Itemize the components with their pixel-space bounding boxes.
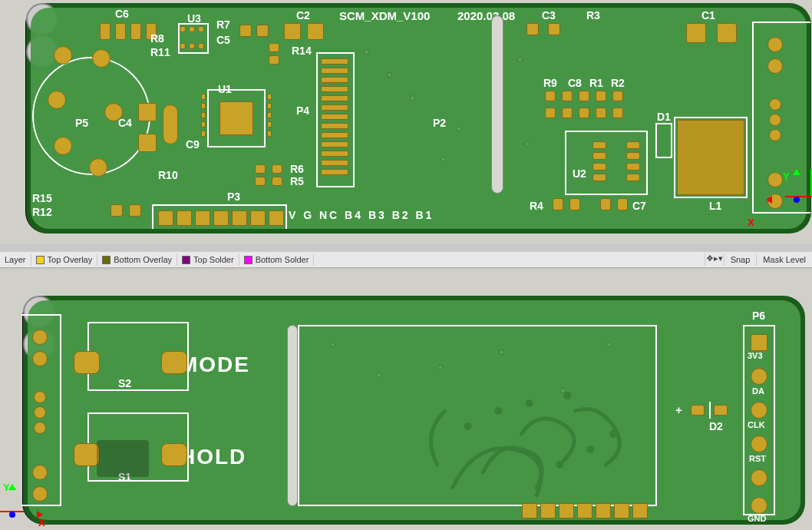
pad (321, 58, 348, 65)
pad (267, 131, 272, 137)
pad (267, 103, 272, 109)
pad (255, 177, 266, 186)
layer-dropdown[interactable]: Layer (0, 253, 31, 266)
pad (272, 177, 282, 186)
pad (592, 141, 606, 149)
pad (130, 23, 141, 40)
pad (250, 210, 266, 226)
svg-point-0 (464, 422, 471, 430)
pcb-viewer: SCM_XDM_V100 2020.03.08 P5 C4 C6 (0, 0, 812, 530)
pad-thermal (220, 101, 253, 135)
layer-toolbar: Layer Top Overlay Bottom Overlay Top Sol… (0, 251, 812, 268)
pad (321, 86, 348, 92)
snap-button[interactable]: Snap (724, 253, 757, 266)
pad (553, 198, 563, 210)
pad (267, 112, 272, 118)
pad (89, 158, 107, 177)
pad (321, 160, 348, 166)
pad (767, 37, 783, 52)
trace-decor (23, 296, 805, 525)
pad (54, 137, 72, 155)
pcb-top-board[interactable]: SCM_XDM_V100 2020.03.08 P5 C4 C6 (25, 3, 811, 234)
pad (267, 94, 272, 100)
pad (189, 43, 195, 49)
pad (48, 91, 66, 109)
pad (545, 108, 556, 118)
filter-button[interactable]: ❖▸▾ (705, 253, 724, 266)
pad (269, 43, 279, 52)
pad (138, 134, 157, 152)
pad (177, 210, 192, 226)
pcb-bottom-board[interactable]: S2 MODE S1 HOLD + D2 P6 (22, 296, 805, 525)
top-view-panel[interactable]: SCM_XDM_V100 2020.03.08 P5 C4 C6 (0, 0, 812, 244)
connector-p5-outline (32, 57, 150, 175)
bottom-view-panel[interactable]: S2 MODE S1 HOLD + D2 P6 (0, 270, 812, 530)
pad (213, 210, 229, 226)
layer-bottom-overlay[interactable]: Bottom Overlay (97, 253, 177, 266)
pad (562, 91, 573, 101)
board-slot (491, 15, 503, 194)
pad (592, 174, 606, 181)
pad (321, 114, 348, 120)
pad (180, 43, 186, 49)
pad (321, 123, 348, 129)
swatch-magenta-icon (244, 256, 253, 264)
pad (321, 77, 348, 83)
svg-point-4 (556, 461, 563, 469)
axis-x-label: X (38, 517, 45, 528)
mask-level-button[interactable]: Mask Level (756, 253, 812, 266)
pad (201, 131, 206, 137)
pad (272, 164, 282, 174)
pad (612, 108, 623, 118)
pad (562, 108, 573, 118)
pad (189, 26, 195, 32)
pad (307, 23, 324, 40)
layer-top-solder[interactable]: Top Solder (177, 253, 239, 266)
swatch-yellow-icon (36, 256, 45, 264)
pad (612, 91, 623, 101)
pad (129, 204, 141, 217)
pad (267, 121, 272, 128)
pad (92, 49, 111, 68)
pad (284, 23, 301, 40)
pad (201, 121, 206, 128)
pad (104, 103, 123, 121)
pad (596, 91, 606, 101)
pad (115, 23, 126, 40)
pad (579, 91, 589, 101)
pad (767, 58, 783, 74)
pad (138, 103, 157, 121)
svg-point-5 (586, 446, 594, 453)
layer-bottom-solder[interactable]: Bottom Solder (239, 253, 315, 266)
pad (600, 198, 611, 210)
pad (111, 204, 123, 217)
pad (100, 23, 111, 40)
pad (626, 152, 640, 160)
pad (321, 132, 348, 138)
swatch-olive-icon (102, 256, 111, 264)
pad (180, 26, 186, 32)
pad (569, 198, 580, 210)
pad (256, 25, 269, 37)
pad (239, 25, 252, 37)
pad (686, 23, 706, 43)
pad (198, 26, 204, 32)
svg-point-1 (494, 407, 502, 415)
inductor-outline (674, 117, 748, 198)
pad (232, 210, 247, 226)
swatch-purple-icon (182, 256, 190, 264)
pad (321, 169, 348, 175)
axis-y-label: Y (783, 171, 790, 182)
pad (201, 94, 206, 100)
pad (592, 152, 606, 160)
layer-top-overlay[interactable]: Top Overlay (31, 253, 98, 266)
pad (321, 68, 348, 74)
diode-outline (655, 123, 672, 158)
pad (255, 164, 266, 174)
pad (626, 174, 640, 181)
pad (201, 103, 206, 109)
pad (579, 108, 589, 118)
pad (321, 104, 348, 111)
pad (592, 163, 606, 171)
pad (548, 23, 560, 35)
